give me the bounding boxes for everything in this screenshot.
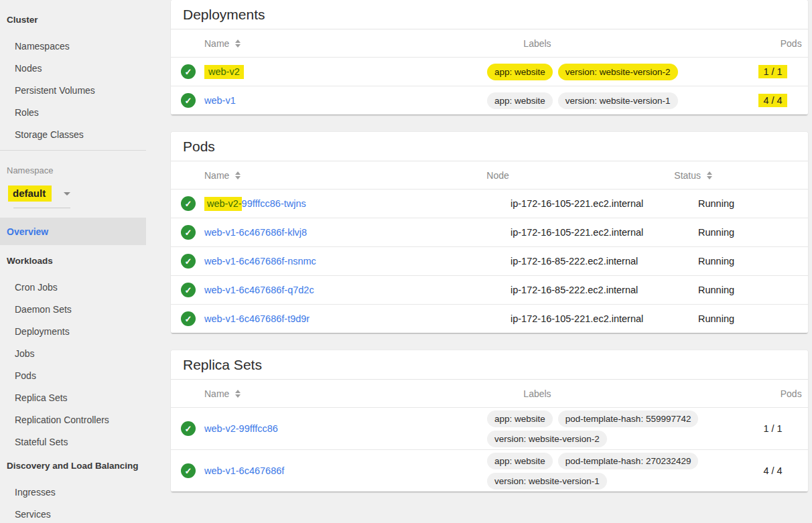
replica-sets-card: Replica Sets Name Labels Pods ✓ web-v2-9… xyxy=(171,350,808,492)
replica-sets-card-title: Replica Sets xyxy=(171,350,808,380)
sidebar-item-ingresses[interactable]: Ingresses xyxy=(0,481,146,503)
cluster-list: Namespaces Nodes Persistent Volumes Role… xyxy=(0,35,146,145)
pod-status: Running xyxy=(698,285,808,295)
deployments-card: Deployments Name Labels Pods ✓ web-v2 ap… xyxy=(171,0,808,115)
pod-status: Running xyxy=(698,198,808,209)
sidebar-item-jobs[interactable]: Jobs xyxy=(0,342,146,364)
discovery-list: Ingresses Services xyxy=(0,481,146,523)
pod-status: Running xyxy=(698,227,808,238)
label-chip: version: website-version-2 xyxy=(558,64,678,80)
table-row: ✓ web-v1-6c467686f-q7d2c ip-172-16-85-22… xyxy=(171,275,808,304)
pods-count: 1 / 1 xyxy=(740,423,808,434)
label-chip: version: website-version-1 xyxy=(487,473,607,490)
pods-count: 1 / 1 xyxy=(740,66,808,77)
sort-icon[interactable] xyxy=(707,171,712,179)
column-header-name[interactable]: Name xyxy=(171,38,241,49)
pod-link[interactable]: web-v1-6c467686f-nsnmc xyxy=(204,256,316,267)
sidebar-item-daemon-sets[interactable]: Daemon Sets xyxy=(0,298,146,320)
node-name: ip-172-16-105-221.ec2.internal xyxy=(511,313,698,324)
label-chip: app: website xyxy=(487,64,553,80)
table-row: ✓ web-v1-6c467686f-nsnmc ip-172-16-85-22… xyxy=(171,246,808,275)
column-header-node: Node xyxy=(486,170,674,181)
replica-sets-table-header: Name Labels Pods xyxy=(171,380,808,407)
table-row: ✓ web-v2-99fffcc86 app: website pod-temp… xyxy=(171,407,808,449)
sort-icon[interactable] xyxy=(235,390,241,398)
deployments-table-header: Name Labels Pods xyxy=(171,29,808,57)
sidebar-item-deployments[interactable]: Deployments xyxy=(0,320,146,342)
node-name: ip-172-16-85-222.ec2.internal xyxy=(511,256,698,267)
column-header-labels: Labels xyxy=(523,388,776,399)
sidebar-item-overview[interactable]: Overview xyxy=(0,218,146,245)
sidebar-item-services[interactable]: Services xyxy=(0,503,146,523)
pod-status: Running xyxy=(698,256,808,267)
replica-set-link[interactable]: web-v2-99fffcc86 xyxy=(204,423,278,434)
status-ok-icon: ✓ xyxy=(181,196,196,211)
label-chip: pod-template-hash: 559997742 xyxy=(558,410,699,427)
label-chip: app: website xyxy=(487,92,553,109)
sidebar-item-storage-classes[interactable]: Storage Classes xyxy=(0,123,146,145)
pods-count: 4 / 4 xyxy=(740,95,808,106)
sort-icon[interactable] xyxy=(235,40,241,48)
sidebar-item-cron-jobs[interactable]: Cron Jobs xyxy=(0,276,146,298)
pod-status: Running xyxy=(698,313,808,324)
pod-link[interactable]: web-v1-6c467686f-q7d2c xyxy=(204,285,314,295)
workloads-list: Cron Jobs Daemon Sets Deployments Jobs P… xyxy=(0,276,146,453)
label-chip: pod-template-hash: 270232429 xyxy=(558,453,699,469)
status-ok-icon: ✓ xyxy=(181,93,196,108)
table-row: ✓ web-v2-99fffcc86-twjns ip-172-16-105-2… xyxy=(171,189,808,218)
sidebar-item-namespaces[interactable]: Namespaces xyxy=(0,35,146,57)
pods-card: Pods Name Node Status ✓ web-v2-99fffcc86… xyxy=(171,132,808,333)
sidebar-item-roles[interactable]: Roles xyxy=(0,101,146,123)
table-row: ✓ web-v1-6c467686f app: website pod-temp… xyxy=(171,449,808,492)
status-ok-icon: ✓ xyxy=(181,254,196,269)
sidebar-section-workloads: Workloads xyxy=(0,256,146,266)
deployment-link-web-v1[interactable]: web-v1 xyxy=(204,95,236,106)
table-row: ✓ web-v1-6c467686f-klvj8 ip-172-16-105-2… xyxy=(171,218,808,246)
label-chip: app: website xyxy=(487,453,553,469)
pods-card-title: Pods xyxy=(171,132,808,161)
table-row: ✓ web-v1 app: website version: website-v… xyxy=(171,86,808,115)
status-ok-icon: ✓ xyxy=(181,311,196,326)
node-name: ip-172-16-85-222.ec2.internal xyxy=(511,285,698,295)
label-chip: version: website-version-1 xyxy=(558,92,678,109)
pod-link[interactable]: web-v2-99fffcc86-twjns xyxy=(204,198,306,209)
sidebar-item-replication-controllers[interactable]: Replication Controllers xyxy=(0,408,146,431)
namespace-label: Namespace xyxy=(0,165,146,175)
label-chip: app: website xyxy=(487,410,553,427)
node-name: ip-172-16-105-221.ec2.internal xyxy=(511,227,698,238)
column-header-pods: Pods xyxy=(776,388,808,399)
sidebar-item-persistent-volumes[interactable]: Persistent Volumes xyxy=(0,79,146,101)
column-header-name[interactable]: Name xyxy=(171,388,241,399)
table-row: ✓ web-v2 app: website version: website-v… xyxy=(171,57,808,86)
column-header-labels: Labels xyxy=(523,38,776,49)
sidebar-section-discovery: Discovery and Load Balancing xyxy=(0,461,146,471)
pod-link[interactable]: web-v1-6c467686f-t9d9r xyxy=(204,313,310,324)
sidebar-section-cluster: Cluster xyxy=(0,15,146,25)
pods-table-header: Name Node Status xyxy=(171,161,808,189)
pod-link[interactable]: web-v1-6c467686f-klvj8 xyxy=(204,227,307,238)
node-name: ip-172-16-105-221.ec2.internal xyxy=(511,198,698,209)
status-ok-icon: ✓ xyxy=(181,421,196,436)
namespace-select-underline xyxy=(13,208,70,208)
sidebar-item-stateful-sets[interactable]: Stateful Sets xyxy=(0,431,146,453)
sidebar-item-nodes[interactable]: Nodes xyxy=(0,57,146,79)
status-ok-icon: ✓ xyxy=(181,283,196,297)
deployments-card-title: Deployments xyxy=(171,0,808,29)
sort-icon[interactable] xyxy=(235,171,241,179)
deployment-link-web-v2[interactable]: web-v2 xyxy=(204,65,244,79)
sidebar-divider xyxy=(0,150,146,151)
overview-label: Overview xyxy=(7,226,48,237)
label-chip: version: website-version-2 xyxy=(487,431,607,447)
pods-count: 4 / 4 xyxy=(740,465,808,476)
column-header-name[interactable]: Name xyxy=(171,170,241,181)
namespace-select[interactable]: default xyxy=(8,185,72,202)
sidebar-item-pods[interactable]: Pods xyxy=(0,364,146,386)
sidebar-item-replica-sets[interactable]: Replica Sets xyxy=(0,386,146,408)
status-ok-icon: ✓ xyxy=(181,225,196,240)
content-area: Deployments Name Labels Pods ✓ web-v2 ap… xyxy=(146,0,812,523)
column-header-pods: Pods xyxy=(776,38,808,49)
column-header-status[interactable]: Status xyxy=(674,170,808,181)
sidebar: Cluster Namespaces Nodes Persistent Volu… xyxy=(0,0,146,523)
namespace-selected-value[interactable]: default xyxy=(8,185,52,202)
replica-set-link[interactable]: web-v1-6c467686f xyxy=(204,465,284,476)
